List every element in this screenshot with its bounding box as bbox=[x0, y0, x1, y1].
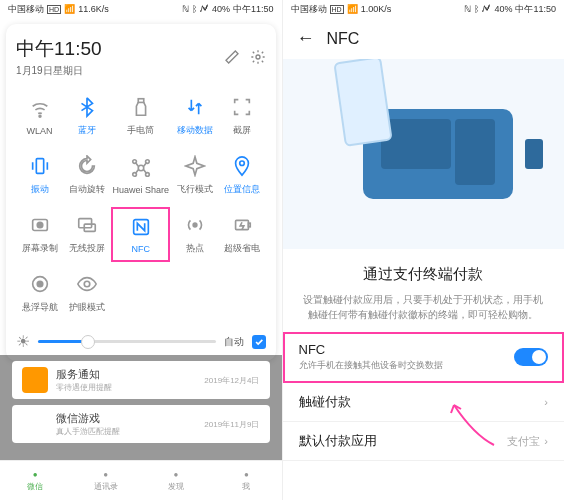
wifi-icon bbox=[29, 98, 51, 120]
tile-screenshot[interactable]: 截屏 bbox=[218, 88, 265, 145]
tile-label: 无线投屏 bbox=[69, 242, 105, 255]
info-section: 通过支付终端付款 设置触碰付款应用后，只要手机处于开机状态，用手机触碰任何带有触… bbox=[283, 249, 565, 332]
battery-pct: 40% bbox=[212, 4, 230, 14]
tile-label: 飞行模式 bbox=[177, 183, 213, 196]
bluetooth-status-icon: ᛒ bbox=[474, 4, 479, 14]
hd-badge: HD bbox=[47, 5, 61, 14]
cast-icon bbox=[76, 214, 98, 236]
tile-label: 护眼模式 bbox=[69, 301, 105, 314]
tile-data[interactable]: 移动数据 bbox=[171, 88, 218, 145]
setting-触碰付款[interactable]: 触碰付款› bbox=[283, 383, 565, 422]
tile-wifi[interactable]: WLAN bbox=[16, 88, 63, 145]
clock: 中午11:50 bbox=[233, 3, 274, 16]
eye-icon bbox=[76, 273, 98, 295]
nav-label: 发现 bbox=[168, 481, 184, 492]
toggle-switch[interactable] bbox=[514, 348, 548, 366]
battery-icon: 🗲 bbox=[482, 4, 491, 14]
chevron-right-icon: › bbox=[544, 435, 548, 447]
tile-label: 悬浮导航 bbox=[22, 301, 58, 314]
chevron-right-icon: › bbox=[544, 396, 548, 408]
bluetooth-icon bbox=[76, 96, 98, 118]
setting-name: NFC bbox=[299, 342, 443, 357]
auto-brightness-label: 自动 bbox=[224, 335, 244, 349]
brightness-icon: ☀ bbox=[16, 332, 30, 351]
quick-settings-panel: 中午11:50 1月19日星期日 WLAN蓝牙手电筒移动数据截屏振动自动旋转Hu… bbox=[6, 24, 276, 361]
svg-rect-17 bbox=[248, 223, 250, 227]
page-title: NFC bbox=[327, 30, 360, 48]
notif-title: 微信游戏 bbox=[56, 411, 196, 426]
svg-point-0 bbox=[256, 55, 260, 59]
tiles-grid: WLAN蓝牙手电筒移动数据截屏振动自动旋转Huawei Share飞行模式位置信… bbox=[16, 88, 266, 322]
share-icon bbox=[130, 157, 152, 179]
navbar: ●微信●通讯录●发现●我 bbox=[0, 460, 282, 500]
tile-airplane[interactable]: 飞行模式 bbox=[171, 147, 218, 204]
nav-icon: ● bbox=[244, 470, 249, 479]
notif-date: 2019年11月9日 bbox=[204, 419, 259, 430]
setting-默认付款应用[interactable]: 默认付款应用支付宝› bbox=[283, 422, 565, 461]
section-title: 通过支付终端付款 bbox=[301, 265, 547, 284]
settings-list: NFC允许手机在接触其他设备时交换数据触碰付款›默认付款应用支付宝› bbox=[283, 332, 565, 461]
panel-date: 1月19日星期日 bbox=[16, 64, 102, 78]
nav-icon: ● bbox=[33, 470, 38, 479]
nfc-icon bbox=[130, 216, 152, 238]
notif-app-icon bbox=[22, 411, 48, 437]
tile-hotspot[interactable]: 热点 bbox=[171, 206, 218, 263]
record-icon bbox=[29, 214, 51, 236]
svg-rect-2 bbox=[138, 99, 144, 103]
tile-label: 振动 bbox=[31, 183, 49, 196]
nav-我[interactable]: ●我 bbox=[211, 461, 281, 500]
gear-icon[interactable] bbox=[250, 49, 266, 65]
tile-battery[interactable]: 超级省电 bbox=[218, 206, 265, 263]
tile-location[interactable]: 位置信息 bbox=[218, 147, 265, 204]
notif-title: 服务通知 bbox=[56, 367, 196, 382]
airplane-icon bbox=[184, 155, 206, 177]
nfc-status-icon: ℕ bbox=[182, 4, 189, 14]
tile-label: 自动旋转 bbox=[69, 183, 105, 196]
flashlight-icon bbox=[130, 96, 152, 118]
brightness-slider[interactable] bbox=[38, 340, 216, 343]
svg-point-4 bbox=[138, 165, 144, 171]
tile-flashlight[interactable]: 手电筒 bbox=[110, 88, 171, 145]
tile-vibrate[interactable]: 振动 bbox=[16, 147, 63, 204]
setting-name: 触碰付款 bbox=[299, 393, 351, 411]
setting-value: › bbox=[544, 396, 548, 408]
tile-bluetooth[interactable]: 蓝牙 bbox=[63, 88, 110, 145]
tile-label: WLAN bbox=[27, 126, 53, 136]
svg-point-11 bbox=[37, 222, 43, 228]
nav-发现[interactable]: ●发现 bbox=[141, 461, 211, 500]
notif-app-icon bbox=[22, 367, 48, 393]
nav-label: 我 bbox=[242, 481, 250, 492]
auto-brightness-checkbox[interactable] bbox=[252, 335, 266, 349]
tile-nfc[interactable]: NFC bbox=[110, 206, 171, 263]
svg-point-15 bbox=[193, 223, 197, 227]
notif-subtitle: 真人手游匹配提醒 bbox=[56, 426, 196, 437]
screenshot-icon bbox=[231, 96, 253, 118]
notification-card[interactable]: 服务通知零待遇使用提醒2019年12月4日 bbox=[12, 361, 270, 399]
tile-rotate[interactable]: 自动旋转 bbox=[63, 147, 110, 204]
nav-label: 微信 bbox=[27, 481, 43, 492]
tile-eye[interactable]: 护眼模式 bbox=[63, 265, 110, 322]
tile-label: 蓝牙 bbox=[78, 124, 96, 137]
tile-share[interactable]: Huawei Share bbox=[110, 147, 171, 204]
rotate-icon bbox=[76, 155, 98, 177]
tile-label: 超级省电 bbox=[224, 242, 260, 255]
battery-icon bbox=[231, 214, 253, 236]
signal-icon: 📶 bbox=[64, 4, 75, 14]
battery-pct: 40% bbox=[494, 4, 512, 14]
page-header: ← NFC bbox=[283, 18, 565, 59]
tile-record[interactable]: 屏幕录制 bbox=[16, 206, 63, 263]
tile-floatnav[interactable]: 悬浮导航 bbox=[16, 265, 63, 322]
svg-point-20 bbox=[84, 281, 90, 287]
tile-cast[interactable]: 无线投屏 bbox=[63, 206, 110, 263]
nav-通讯录[interactable]: ●通讯录 bbox=[70, 461, 140, 500]
nav-微信[interactable]: ●微信 bbox=[0, 461, 70, 500]
edit-icon[interactable] bbox=[224, 49, 240, 65]
tile-label: NFC bbox=[132, 244, 151, 254]
notif-date: 2019年12月4日 bbox=[204, 375, 259, 386]
tile-label: 截屏 bbox=[233, 124, 251, 137]
setting-NFC[interactable]: NFC允许手机在接触其他设备时交换数据 bbox=[283, 332, 565, 383]
svg-point-19 bbox=[37, 281, 43, 287]
back-icon[interactable]: ← bbox=[297, 28, 315, 49]
vibrate-icon bbox=[29, 155, 51, 177]
notification-card[interactable]: 微信游戏真人手游匹配提醒2019年11月9日 bbox=[12, 405, 270, 443]
